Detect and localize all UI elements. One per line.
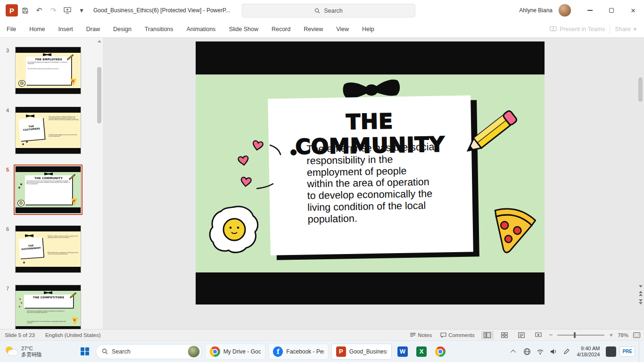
thumbnail-row-6: 6 THE GOVERNMENT Profits are subject to … (0, 225, 81, 273)
slide-counter[interactable]: Slide 5 of 23 (5, 332, 35, 338)
taskbar-search-box[interactable]: Search (96, 344, 202, 359)
thumb-card: THE GOVERNMENT (19, 237, 44, 258)
thumb-card: THE COMMUNITY The enterprise has the soc… (25, 175, 72, 205)
pencil-icon (456, 102, 527, 163)
network-globe-button[interactable] (521, 345, 533, 359)
slideshow-monitor-icon (64, 7, 71, 14)
slide-show-view-button[interactable] (532, 331, 545, 339)
tab-file[interactable]: File (0, 21, 23, 37)
tab-home[interactable]: Home (23, 21, 51, 37)
thumb-text: The relationship between management and … (27, 61, 69, 64)
minimize-button[interactable] (579, 0, 601, 21)
current-slide[interactable]: THE COMMUNITY The enterprise has the soc… (196, 41, 545, 304)
tab-transitions[interactable]: Transitions (138, 21, 180, 37)
undo-button[interactable]: ↶ (32, 3, 46, 17)
customize-quick-access-toolbar[interactable]: ▾ (74, 3, 89, 17)
thumb-black-bar (16, 107, 81, 113)
start-button[interactable] (77, 344, 93, 360)
wifi-button[interactable] (535, 345, 546, 359)
note-card[interactable]: THE COMMUNITY The enterprise has the soc… (269, 97, 472, 254)
tab-slide-show[interactable]: Slide Show (222, 21, 265, 37)
tab-insert[interactable]: Insert (52, 21, 80, 37)
show-desktop-button[interactable] (639, 341, 641, 362)
slide-body-text[interactable]: The enterprise has the social responsibi… (306, 141, 454, 225)
titlebar: P ↶ ↷ ▾ Good_Business_Ethics(6) [Protect… (0, 0, 644, 21)
fit-slide-to-window-button[interactable] (633, 332, 640, 338)
tab-help[interactable]: Help (355, 21, 381, 37)
user-avatar[interactable] (558, 4, 571, 17)
thumb-black-bar (16, 148, 81, 154)
thumb-text: "Do unto others as what you want others … (27, 68, 69, 69)
scroll-up-icon (98, 40, 101, 42)
tab-animations[interactable]: Animations (180, 21, 223, 37)
next-slide-button[interactable] (639, 299, 643, 304)
search-highlight-image[interactable] (188, 346, 200, 358)
thumb-black-bar (16, 226, 81, 231)
tab-view[interactable]: View (330, 21, 355, 37)
search-box[interactable]: Search (242, 4, 415, 17)
clock[interactable]: 9:40 AM 4/18/2024 (574, 346, 603, 358)
taskbar-window-chrome-drive[interactable]: My Drive - Goo (205, 344, 265, 360)
save-icon (22, 7, 29, 14)
zoom-level[interactable]: 78% (618, 332, 628, 338)
volume-button[interactable] (548, 345, 559, 359)
language-indicator[interactable]: English (United States) (45, 332, 101, 338)
slide-sorter-view-button[interactable] (498, 331, 511, 339)
maximize-button[interactable] (601, 0, 622, 21)
thumbnail-row-4: 4 THE CUSTOMERS The forging of better re… (0, 107, 81, 154)
slide-thumbnail-3[interactable]: THE EMPLOYEES The relationship between m… (15, 47, 81, 94)
start-slideshow-button[interactable] (60, 3, 74, 17)
main-scrollbar-thumb[interactable] (638, 77, 643, 102)
powerpoint-app-icon[interactable]: P (6, 4, 18, 16)
thumbnail-scrollbar-thumb[interactable] (97, 67, 101, 123)
globe-icon (523, 348, 531, 355)
pen-button[interactable] (561, 345, 572, 359)
taskbar-excel-button[interactable]: X (413, 344, 429, 360)
comments-button[interactable]: Comments (438, 331, 477, 339)
status-bar: Slide 5 of 23 English (United States) No… (0, 329, 644, 340)
slide-bottom-black-bar (196, 272, 545, 304)
taskbar-window-facebook[interactable]: f Facebook - Per (268, 344, 329, 360)
slide-thumbnail-4[interactable]: THE CUSTOMERS The forging of better rela… (15, 107, 81, 154)
facebook-icon: f (273, 346, 283, 357)
tab-record[interactable]: Record (265, 21, 297, 37)
slide-thumbnail-7[interactable]: THE COMPETITORS Unfair business operatio… (15, 285, 81, 329)
dot-decoration (19, 306, 20, 307)
main-vertical-scrollbar[interactable] (637, 38, 644, 305)
scroll-down-button[interactable] (639, 285, 643, 288)
zoom-out-button[interactable]: − (549, 331, 553, 338)
tab-design[interactable]: Design (107, 21, 138, 37)
bow-icon (25, 234, 33, 237)
ime-indicator[interactable] (606, 346, 616, 357)
previous-slide-button[interactable] (639, 291, 643, 296)
hidden-icons-button[interactable] (508, 345, 520, 359)
zoom-in-button[interactable]: + (609, 331, 613, 338)
thumbnail-scrollbar[interactable] (96, 38, 102, 329)
weather-widget[interactable]: 27°C 多雲時陰 (0, 341, 48, 362)
save-button[interactable] (18, 3, 32, 17)
taskbar-window-powerpoint[interactable]: P Good_Business (331, 344, 392, 360)
pre-badge[interactable]: PRE (619, 346, 635, 357)
slide-thumbnail-6[interactable]: THE GOVERNMENT Profits are subject to ta… (15, 225, 81, 273)
window-title: Good_Business_Ethics(6) [Protected View]… (93, 7, 230, 14)
bow-icon (26, 115, 34, 117)
redo-button[interactable]: ↷ (46, 3, 60, 17)
share-button[interactable]: Share ▾ (615, 25, 636, 33)
windows-logo-icon (81, 347, 89, 356)
present-in-teams-button[interactable]: Present in Teams (550, 26, 605, 33)
tab-review[interactable]: Review (297, 21, 330, 37)
slide-thumbnail-panel: 3 THE EMPLOYEES The relationship between… (0, 38, 103, 329)
reading-view-button[interactable] (515, 331, 528, 339)
close-button[interactable]: × (622, 0, 644, 21)
slide-thumbnail-5-selected[interactable]: THE COMMUNITY The enterprise has the soc… (15, 166, 81, 214)
normal-view-button[interactable] (481, 331, 494, 339)
share-label: Share (615, 26, 630, 33)
taskbar-word-button[interactable]: W (395, 344, 411, 360)
thumb-title: THE GOVERNMENT (20, 243, 41, 250)
zoom-slider-thumb[interactable] (574, 332, 576, 338)
chevron-up-icon (510, 349, 515, 354)
tab-draw[interactable]: Draw (80, 21, 107, 37)
notes-button[interactable]: Notes (408, 331, 434, 339)
zoom-slider[interactable] (557, 335, 604, 336)
taskbar-chrome-button[interactable] (432, 344, 448, 360)
